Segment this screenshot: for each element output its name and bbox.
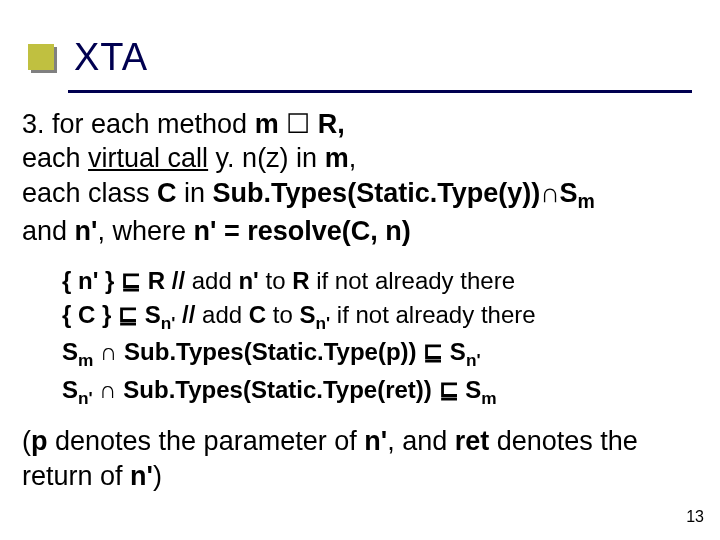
text: to <box>259 267 292 294</box>
subtypes-ret: Sub.Types(Static.Type(ret)) <box>117 376 439 403</box>
sub-n-prime: n' <box>78 388 93 408</box>
constraint-3: Sm ∩ Sub.Types(Static.Type(p)) ⊑ Sn' <box>62 335 702 373</box>
var-m: m <box>325 143 349 173</box>
set-n-prime: { n' } <box>62 267 121 294</box>
text: , and <box>387 426 455 456</box>
text: each <box>22 143 88 173</box>
text: if not already there <box>310 267 515 294</box>
constraint-2: { C } ⊑ Sn' // add C to Sn' if not alrea… <box>62 298 702 336</box>
var-n-prime: n' <box>130 461 153 491</box>
var-n-prime: n' <box>238 267 258 294</box>
text: y. n(z) in <box>208 143 325 173</box>
title-underline <box>68 90 692 93</box>
R-comment: R // <box>141 267 192 294</box>
var-S: S <box>459 376 482 403</box>
var-S: S <box>138 301 161 328</box>
text: add <box>192 267 239 294</box>
sqsubeq-symbol: ⊑ <box>423 338 443 365</box>
sub-n-prime: n' <box>466 350 481 370</box>
page-number: 13 <box>686 508 704 526</box>
text: in <box>177 178 213 208</box>
rule-block: 3. for each method m ☐ R, each virtual c… <box>22 107 702 249</box>
text: , <box>349 143 357 173</box>
bullet-square-icon <box>28 44 54 70</box>
sub-n-prime: n' <box>315 312 330 332</box>
in-symbol: ☐ <box>286 109 310 139</box>
var-C: C <box>249 301 266 328</box>
resolve-expr: n' = resolve(C, n) <box>194 216 411 246</box>
sqsubeq-symbol: ⊑ <box>121 267 141 294</box>
virtual-call: virtual call <box>88 143 208 173</box>
var-p: p <box>31 426 48 456</box>
var-S: S <box>62 376 78 403</box>
slide-body: 3. for each method m ☐ R, each virtual c… <box>0 107 720 494</box>
var-R: R, <box>310 109 345 139</box>
foot-block: (p denotes the parameter of n', and ret … <box>22 424 702 493</box>
comment-slash: // <box>175 301 202 328</box>
rule-line-4: and n', where n' = resolve(C, n) <box>22 214 702 249</box>
var-S: S <box>560 178 578 208</box>
sub-m: m <box>578 190 595 212</box>
var-S: S <box>443 338 466 365</box>
cap-symbol: ∩ <box>100 338 117 365</box>
text: if not already there <box>330 301 535 328</box>
var-ret: ret <box>455 426 490 456</box>
rule-line-1: 3. for each method m ☐ R, <box>22 107 702 142</box>
text: add <box>202 301 249 328</box>
sqsubeq-symbol: ⊑ <box>118 301 138 328</box>
text: ( <box>22 426 31 456</box>
constraint-4: Sn' ∩ Sub.Types(Static.Type(ret)) ⊑ Sm <box>62 373 702 411</box>
sub-m: m <box>78 350 93 370</box>
var-m: m <box>255 109 279 139</box>
constraint-block: { n' } ⊑ R // add n' to R if not already… <box>62 264 702 410</box>
var-R: R <box>292 267 309 294</box>
text: to <box>266 301 299 328</box>
var-n-prime: n' <box>364 426 387 456</box>
set-C: { C } <box>62 301 118 328</box>
text: and <box>22 216 75 246</box>
cap-symbol: ∩ <box>99 376 116 403</box>
subtypes-p: Sub.Types(Static.Type(p)) <box>117 338 423 365</box>
cap-symbol: ∩ <box>540 178 559 208</box>
slide-title: XTA <box>74 36 148 79</box>
constraint-1: { n' } ⊑ R // add n' to R if not already… <box>62 264 702 297</box>
subtypes-expr: Sub.Types(Static.Type(y)) <box>213 178 541 208</box>
text: ) <box>153 461 162 491</box>
text: denotes the parameter of <box>48 426 365 456</box>
sub-m: m <box>481 388 496 408</box>
var-S: S <box>299 301 315 328</box>
var-S: S <box>62 338 78 365</box>
rule-line-2: each virtual call y. n(z) in m, <box>22 141 702 176</box>
sub-n-prime: n' <box>161 312 176 332</box>
sqsubeq-symbol: ⊑ <box>439 376 459 403</box>
rule-line-3: each class C in Sub.Types(Static.Type(y)… <box>22 176 702 214</box>
text: , where <box>97 216 193 246</box>
text: 3. for each method <box>22 109 255 139</box>
var-n-prime: n' <box>75 216 98 246</box>
var-C: C <box>157 178 177 208</box>
title-row: XTA <box>0 0 720 90</box>
text: each class <box>22 178 157 208</box>
